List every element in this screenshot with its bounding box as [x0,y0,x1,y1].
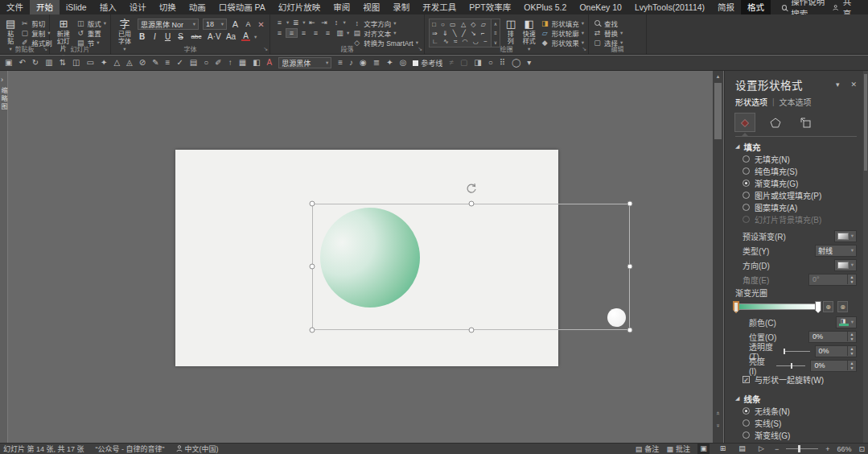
slider-thumb[interactable] [784,349,785,354]
clear-format-button[interactable]: ✕ [257,20,265,29]
char-spacing-button[interactable]: A·V [208,32,220,41]
menu-tab[interactable]: 录制 [386,0,416,14]
qat-icon[interactable]: ⇅ [60,56,66,70]
dialog-launcher-icon[interactable]: ↘ [582,46,586,52]
qat-icon[interactable]: ↑ [228,56,232,70]
fill-option-radio[interactable]: 图片或纹理填充(P) [735,189,857,201]
zoom-slider-thumb[interactable] [798,445,800,452]
menu-tab[interactable]: 设计 [123,0,153,14]
dialog-launcher-icon[interactable]: ↘ [263,46,268,52]
effects-tab-icon[interactable] [766,114,785,131]
add-gradient-stop-button[interactable]: ⊕ [823,301,833,312]
gradient-stop-start[interactable] [733,301,739,313]
zoom-slider[interactable] [786,448,818,449]
line-option-radio[interactable]: 无线条(N) [735,405,857,417]
dialog-launcher-icon[interactable]: ↘ [418,46,422,52]
slide-sorter-view-button[interactable]: ⊞ [717,444,729,454]
slider-thumb[interactable] [791,363,792,369]
canvas-scrollbar[interactable]: ▴ « « [713,71,723,443]
gallery-more-icon[interactable]: ≡ [494,31,497,35]
menu-tab[interactable]: 审阅 [327,0,356,14]
qat-icon[interactable]: ✎ [152,56,158,70]
shape-outline-button[interactable]: ▱形状轮廓▾ [541,28,584,37]
fill-option-radio[interactable]: 渐变填充(G) [735,177,857,189]
bold-button[interactable]: B [138,32,146,41]
qat-icon[interactable]: △ [113,56,120,70]
resize-handle-sw[interactable] [310,328,315,333]
fit-to-window-icon[interactable]: ⊡ [858,445,865,453]
size-properties-tab-icon[interactable] [796,114,816,131]
qat-icon[interactable]: ↻ [32,56,39,70]
gradient-direction-dropdown[interactable]: ▾ [834,259,857,271]
line-option-radio[interactable]: 渐变线(G) [735,429,857,441]
scrollbar-thumb[interactable] [714,83,722,139]
menu-tab[interactable]: iSlide [60,0,93,14]
qat-icon[interactable]: ≠ [449,56,454,70]
qat-icon[interactable]: ▣ [5,56,12,70]
qat-icon[interactable]: ○ [204,56,208,70]
change-case-button[interactable]: Aa [224,32,237,41]
menu-tab[interactable]: 开始 [30,0,60,14]
menu-tab[interactable]: 开发工具 [416,0,463,14]
fill-line-tab-icon[interactable] [735,114,755,131]
reading-view-button[interactable]: ▤ [736,444,748,454]
find-button[interactable]: 查找 [593,19,623,27]
angle-spinner[interactable]: 0°▲▼ [808,274,857,286]
selection-bounding-box[interactable] [312,204,630,330]
decrease-indent-button[interactable]: ⇤ [307,19,318,27]
transparency-spinner[interactable]: 0%▲▼ [815,345,857,357]
shapes-gallery[interactable]: □ ○ ▭ △ ◇ ▱ ⇒ ⇓ ╲ ╱ ↘ ⌐ ∟ ∿ ≈ ◠ ◡ ~ [429,19,492,47]
resize-handle-ne[interactable] [627,201,633,207]
resize-handle-se[interactable] [627,328,633,333]
menu-tab[interactable]: 动画 [183,0,212,14]
align-left-button[interactable]: ≡ [274,29,285,37]
preset-gradients-dropdown[interactable]: ▾ [834,230,857,242]
quick-styles-button[interactable]: ◧ 快速样式▾ [521,17,537,44]
qat-font-combo[interactable]: 思源黑体▾ [278,57,331,68]
replace-button[interactable]: ⇄替换▾ [593,28,623,37]
qat-icon[interactable]: ≡ [338,56,343,70]
rotate-handle-icon[interactable] [466,183,477,194]
font-name-combo[interactable]: 思源黑体 Nor▾ [138,19,199,30]
scroll-up-icon[interactable]: ▴ [713,71,723,81]
menu-tab[interactable]: LvyhTools(201114) [628,0,711,14]
align-center-button[interactable]: ≡ [286,29,297,37]
grow-font-button[interactable]: A [231,19,240,29]
qat-icon[interactable]: ◉ [360,56,367,70]
fill-option-radio[interactable]: 纯色填充(S) [735,165,857,177]
justify-button[interactable]: ≡ [311,29,321,37]
guides-toggle[interactable]: 参考线 [413,58,442,68]
qat-icon[interactable]: ♪ [349,56,353,70]
slide-number-status[interactable]: 幻灯片 第 14 张, 共 17 张 [3,444,84,454]
double-strike-button[interactable]: abc [189,33,204,40]
numbering-button[interactable]: ≣ [290,19,301,27]
reset-button[interactable]: ↺重置 [76,28,106,37]
panel-scrollbar[interactable] [863,71,868,443]
font-size-combo[interactable]: 18▾ [203,19,227,30]
next-slide-icon[interactable]: « [713,420,723,431]
new-slide-button[interactable]: ⊞ 新建幻灯片▾ [54,17,73,44]
qat-icon[interactable]: ◯ [512,56,520,70]
qat-icon[interactable]: ≡ [166,56,171,70]
tab-shape-options[interactable]: 形状选项 [735,96,767,108]
qat-icon[interactable]: ◬ [126,56,133,70]
gradient-type-dropdown[interactable]: 射线▾ [815,245,857,257]
qat-icon[interactable]: ≣ [373,56,380,70]
arrange-button[interactable]: ◫ 排列▾ [504,17,518,44]
fill-section-header[interactable]: ◢ 填充 [735,140,857,153]
paste-button[interactable]: ▤ 粘贴▾ [4,17,17,44]
underline-button[interactable]: U [163,32,172,41]
align-text-button[interactable]: ▤对齐文本▾ [352,28,418,37]
thumbnail-pane-collapsed[interactable] [0,71,8,443]
line-spacing-button[interactable]: ↕ [331,19,342,27]
resize-handle-nw[interactable] [310,201,315,207]
resize-handle-n[interactable] [469,201,475,207]
fill-option-radio[interactable]: 无填充(N) [735,153,857,165]
qat-icon[interactable]: ⊘ [139,56,146,70]
qat-icon[interactable]: ✓ [176,56,183,70]
shape-fill-button[interactable]: ◨形状填充▾ [541,19,584,27]
menu-tab[interactable]: OKPlus 5.2 [517,0,573,14]
fill-option-radio[interactable]: 图案填充(A) [735,201,857,213]
qat-icon[interactable]: ◫ [72,56,80,70]
qat-icon[interactable]: ▦ [239,56,246,70]
